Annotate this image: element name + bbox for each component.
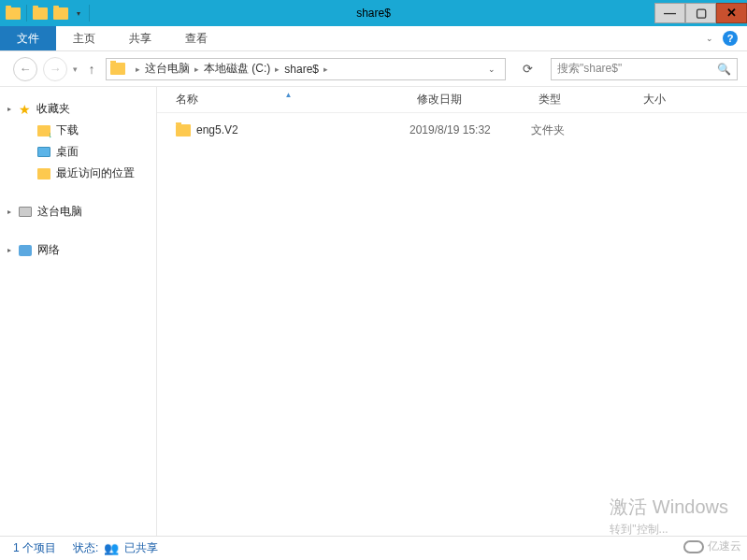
file-tab[interactable]: 文件 bbox=[0, 26, 56, 50]
sidebar-network[interactable]: ▸ 网络 bbox=[0, 239, 156, 261]
back-button[interactable]: ← bbox=[13, 57, 37, 81]
forward-button[interactable]: → bbox=[43, 57, 67, 81]
downloads-icon bbox=[37, 125, 50, 136]
navigation-pane: ▸ ★ 收藏夹 下载 桌面 最近访问的位置 ▸ 这台电脑 bbox=[0, 87, 157, 536]
window-controls: — ▢ ✕ bbox=[654, 4, 747, 23]
file-list[interactable]: eng5.V2 2019/8/19 15:32 文件夹 bbox=[157, 113, 747, 536]
collapse-icon[interactable]: ▸ bbox=[7, 208, 11, 216]
column-header-type[interactable]: 类型 bbox=[531, 92, 636, 108]
search-icon: 🔍 bbox=[717, 63, 731, 76]
qat-folder-icon[interactable] bbox=[33, 7, 48, 20]
sidebar-label: 网络 bbox=[37, 242, 60, 258]
file-list-pane: 名称 ▲ 修改日期 类型 大小 eng5.V2 2019/8/19 15:32 … bbox=[157, 87, 747, 536]
folder-icon bbox=[176, 124, 191, 136]
history-dropdown-icon[interactable]: ▾ bbox=[73, 65, 78, 74]
file-type-cell: 文件夹 bbox=[531, 122, 636, 138]
sidebar-thispc[interactable]: ▸ 这台电脑 bbox=[0, 201, 156, 223]
crumb-separator-icon: ▸ bbox=[131, 65, 145, 74]
item-count: 1 个项目 bbox=[13, 540, 56, 556]
ribbon-tabs: 文件 主页 共享 查看 ⌄ ? bbox=[0, 26, 747, 51]
sidebar-label: 收藏夹 bbox=[36, 101, 70, 117]
qat-folder-icon-2[interactable] bbox=[53, 7, 68, 20]
sidebar-item-desktop[interactable]: 桌面 bbox=[0, 141, 156, 163]
window-title: share$ bbox=[356, 7, 391, 20]
star-icon: ★ bbox=[19, 102, 31, 117]
quick-access-toolbar: ▾ bbox=[0, 5, 90, 22]
column-header-name[interactable]: 名称 ▲ bbox=[168, 92, 409, 108]
column-headers: 名称 ▲ 修改日期 类型 大小 bbox=[157, 87, 747, 113]
up-button[interactable]: ↑ bbox=[83, 61, 100, 78]
tab-view[interactable]: 查看 bbox=[168, 26, 224, 50]
minimize-button[interactable]: — bbox=[654, 3, 685, 23]
file-name-cell: eng5.V2 bbox=[168, 123, 409, 136]
people-icon: 👥 bbox=[104, 541, 119, 555]
sidebar-favorites[interactable]: ▸ ★ 收藏夹 bbox=[0, 98, 156, 120]
search-placeholder: 搜索"share$" bbox=[557, 61, 622, 77]
app-icon[interactable] bbox=[6, 7, 21, 20]
tab-home[interactable]: 主页 bbox=[56, 26, 112, 50]
sidebar-item-label: 桌面 bbox=[56, 144, 79, 160]
network-icon bbox=[19, 245, 32, 256]
crumb-separator-icon: ▸ bbox=[319, 65, 333, 74]
status-bar: 1 个项目 状态: 👥 已共享 bbox=[0, 536, 747, 560]
tab-share[interactable]: 共享 bbox=[112, 26, 168, 50]
recent-icon bbox=[37, 168, 50, 179]
computer-icon bbox=[19, 207, 32, 217]
address-bar[interactable]: ▸ 这台电脑 ▸ 本地磁盘 (C:) ▸ share$ ▸ ⌄ bbox=[106, 58, 506, 80]
collapse-icon[interactable]: ▸ bbox=[7, 105, 11, 113]
thispc-group: ▸ 这台电脑 bbox=[0, 201, 156, 223]
expand-ribbon-icon[interactable]: ⌄ bbox=[706, 34, 713, 43]
maximize-button[interactable]: ▢ bbox=[685, 3, 716, 23]
collapse-icon[interactable]: ▸ bbox=[7, 246, 11, 254]
navigation-bar: ← → ▾ ↑ ▸ 这台电脑 ▸ 本地磁盘 (C:) ▸ share$ ▸ ⌄ … bbox=[0, 51, 747, 87]
sidebar-item-label: 最近访问的位置 bbox=[56, 165, 135, 181]
breadcrumb-segment[interactable]: 本地磁盘 (C:) bbox=[204, 61, 270, 77]
location-folder-icon bbox=[110, 63, 125, 75]
sidebar-label: 这台电脑 bbox=[37, 204, 82, 220]
cloud-icon bbox=[683, 540, 704, 553]
file-date-cell: 2019/8/19 15:32 bbox=[409, 123, 531, 136]
title-bar: ▾ share$ — ▢ ✕ bbox=[0, 0, 747, 26]
close-button[interactable]: ✕ bbox=[716, 3, 747, 23]
sort-ascending-icon: ▲ bbox=[285, 91, 293, 99]
status-value: 已共享 bbox=[124, 540, 158, 556]
refresh-button[interactable]: ⟳ bbox=[515, 58, 539, 80]
network-group: ▸ 网络 bbox=[0, 239, 156, 261]
crumb-separator-icon: ▸ bbox=[270, 65, 284, 74]
share-status: 状态: 👥 已共享 bbox=[73, 540, 158, 556]
column-header-date[interactable]: 修改日期 bbox=[409, 92, 531, 108]
sidebar-item-recent[interactable]: 最近访问的位置 bbox=[0, 163, 156, 184]
breadcrumb-segment[interactable]: 这台电脑 bbox=[145, 61, 190, 77]
sidebar-item-label: 下载 bbox=[56, 122, 79, 138]
sidebar-item-downloads[interactable]: 下载 bbox=[0, 120, 156, 141]
breadcrumb-segment[interactable]: share$ bbox=[284, 63, 319, 76]
file-row[interactable]: eng5.V2 2019/8/19 15:32 文件夹 bbox=[157, 119, 747, 141]
qat-dropdown-icon[interactable]: ▾ bbox=[74, 8, 83, 18]
crumb-separator-icon: ▸ bbox=[190, 65, 204, 74]
file-name: eng5.V2 bbox=[196, 123, 238, 136]
desktop-icon bbox=[37, 147, 50, 157]
cloud-logo: 亿速云 bbox=[683, 538, 741, 554]
status-label: 状态: bbox=[73, 540, 98, 556]
column-header-size[interactable]: 大小 bbox=[636, 92, 747, 108]
separator bbox=[89, 5, 90, 22]
search-input[interactable]: 搜索"share$" 🔍 bbox=[551, 58, 738, 80]
separator bbox=[26, 5, 27, 22]
help-icon[interactable]: ? bbox=[723, 31, 738, 46]
favorites-group: ▸ ★ 收藏夹 下载 桌面 最近访问的位置 bbox=[0, 98, 156, 184]
content-area: ▸ ★ 收藏夹 下载 桌面 最近访问的位置 ▸ 这台电脑 bbox=[0, 87, 747, 536]
address-dropdown-icon[interactable]: ⌄ bbox=[482, 65, 501, 74]
